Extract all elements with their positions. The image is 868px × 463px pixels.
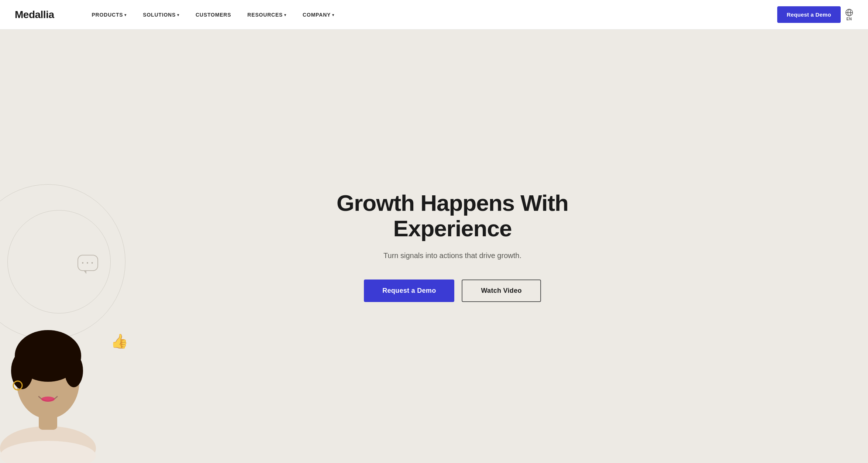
thumbs-up-icon: 👍 <box>111 333 128 349</box>
solutions-chevron-icon: ▾ <box>177 13 179 17</box>
products-chevron-icon: ▾ <box>124 13 127 17</box>
company-chevron-icon: ▾ <box>332 13 334 17</box>
hero-demo-button[interactable]: Request a Demo <box>364 279 454 302</box>
hero-video-button[interactable]: Watch Video <box>462 279 541 302</box>
lang-label: EN <box>847 17 852 21</box>
hero-subtitle: Turn signals into actions that drive gro… <box>301 250 604 261</box>
hero-section: • • • 👍 Growth Happens With Experience T… <box>0 30 868 463</box>
hero-content: Growth Happens With Experience Turn sign… <box>286 191 619 302</box>
nav-products[interactable]: PRODUCTS ▾ <box>83 0 135 30</box>
logo[interactable]: Medallia <box>15 9 54 21</box>
language-selector[interactable]: EN <box>845 8 853 21</box>
hero-title: Growth Happens With Experience <box>301 191 604 241</box>
chat-bubble-icon: • • • <box>78 255 98 271</box>
nav-solutions[interactable]: SOLUTIONS ▾ <box>135 0 187 30</box>
hero-buttons: Request a Demo Watch Video <box>301 279 604 302</box>
svg-point-10 <box>41 397 55 402</box>
nav-resources[interactable]: RESOURCES ▾ <box>239 0 294 30</box>
header-right: Request a Demo EN <box>777 6 853 23</box>
header: Medallia PRODUCTS ▾ SOLUTIONS ▾ CUSTOMER… <box>0 0 868 30</box>
globe-icon <box>845 8 853 17</box>
hero-person-image <box>0 241 96 463</box>
header-demo-button[interactable]: Request a Demo <box>777 6 841 23</box>
nav-company[interactable]: COMPANY ▾ <box>294 0 342 30</box>
nav-customers[interactable]: CUSTOMERS <box>187 0 239 30</box>
resources-chevron-icon: ▾ <box>284 13 286 17</box>
main-nav: PRODUCTS ▾ SOLUTIONS ▾ CUSTOMERS RESOURC… <box>83 0 777 30</box>
person-silhouette <box>0 241 96 463</box>
svg-point-8 <box>65 354 83 387</box>
